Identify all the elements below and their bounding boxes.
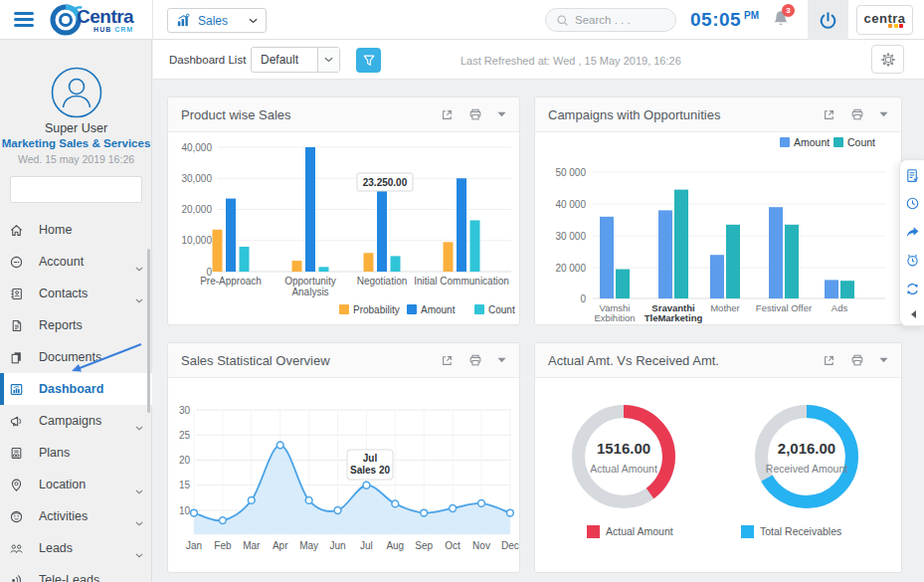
expand-icon[interactable]	[823, 108, 835, 121]
svg-text:0: 0	[580, 293, 586, 304]
sidebar: Super User Marketing Sales & Services We…	[0, 40, 152, 582]
sidebar-item-location[interactable]: Location	[0, 469, 152, 500]
svg-text:Sep: Sep	[415, 540, 433, 551]
global-search[interactable]	[545, 8, 676, 32]
svg-text:Total Receivables: Total Receivables	[760, 525, 841, 537]
chevron-down-icon	[135, 258, 143, 276]
collapse-caret-icon[interactable]	[879, 357, 888, 363]
settings-button[interactable]	[871, 45, 904, 74]
chevron-down-icon	[135, 544, 143, 562]
leads-icon	[9, 541, 24, 556]
notes-check-icon[interactable]	[905, 168, 920, 183]
svg-text:Exbihition: Exbihition	[594, 312, 635, 323]
svg-text:20: 20	[179, 455, 191, 466]
svg-text:30,000: 30,000	[181, 173, 212, 184]
svg-text:Mother: Mother	[710, 302, 740, 313]
card-title: Actual Amt. Vs Received Amt.	[548, 353, 719, 368]
logout-button[interactable]	[808, 0, 848, 40]
svg-text:1516.00: 1516.00	[597, 440, 650, 457]
svg-text:Received Amount: Received Amount	[766, 463, 847, 475]
tele-leads-icon	[9, 573, 24, 582]
collapse-caret-icon[interactable]	[497, 111, 506, 117]
sidebar-search-input[interactable]	[19, 184, 160, 196]
power-icon	[819, 11, 837, 30]
svg-text:Jul: Jul	[360, 540, 373, 551]
campaigns-with-opportunities-chart: 020 00030 00040 00050 000VamshiExbihitio…	[535, 132, 901, 328]
last-refreshed-text: Last Refreshed at: Wed , 15 May 2019, 16…	[461, 55, 681, 67]
global-search-input[interactable]	[575, 14, 664, 26]
filter-button[interactable]	[356, 48, 381, 73]
svg-text:May: May	[299, 540, 318, 551]
svg-text:Actual Amount: Actual Amount	[606, 525, 673, 537]
svg-text:30: 30	[179, 405, 191, 416]
sync-icon[interactable]	[905, 282, 920, 296]
user-datetime: Wed. 15 may 2019 16:26	[0, 153, 152, 165]
sidebar-item-home[interactable]: Home	[0, 214, 152, 246]
sidebar-item-dashboard[interactable]: Dashboard	[0, 373, 152, 405]
svg-text:Oct: Oct	[445, 540, 461, 551]
app-logo: Centra HUB CRM	[49, 3, 133, 37]
svg-text:Aug: Aug	[386, 540, 404, 551]
svg-text:Probability: Probability	[353, 304, 400, 315]
notifications-button[interactable]: 3	[772, 9, 794, 31]
dashboard-icon	[9, 382, 24, 397]
svg-text:Count: Count	[847, 136, 875, 148]
module-selector-value: Sales	[198, 14, 242, 28]
sidebar-item-tele-leads[interactable]: Tele-Leads	[0, 564, 152, 582]
activities-icon	[9, 509, 24, 524]
sidebar-item-leads[interactable]: Leads	[0, 532, 152, 564]
sidebar-item-campaigns[interactable]: Campaigns	[0, 405, 152, 437]
svg-text:15: 15	[179, 480, 191, 490]
location-icon	[9, 478, 24, 492]
sidebar-menu: HomeAccountContactsReportsDocumentsDashb…	[0, 214, 152, 582]
sidebar-item-plans[interactable]: Plans	[0, 437, 152, 469]
alarm-clock-icon[interactable]	[905, 253, 920, 268]
svg-text:20,000: 20,000	[181, 204, 212, 215]
chevron-down-icon	[249, 18, 258, 24]
svg-text:Amount: Amount	[421, 304, 456, 315]
card-sales-statistical-overview: Sales Statistical Overview 1015202530Jan…	[167, 342, 520, 573]
sidebar-item-activities[interactable]: Activities	[0, 500, 152, 532]
plans-icon	[9, 446, 24, 461]
print-icon[interactable]	[850, 353, 864, 367]
expand-icon[interactable]	[823, 354, 835, 367]
print-icon[interactable]	[850, 107, 864, 121]
avatar[interactable]	[51, 67, 102, 118]
card-title: Campaigns with Opportunities	[548, 107, 720, 122]
sidebar-search[interactable]	[10, 176, 142, 203]
collapse-toolbar-icon[interactable]	[909, 309, 917, 319]
collapse-caret-icon[interactable]	[879, 111, 888, 117]
sidebar-item-account[interactable]: Account	[0, 246, 152, 278]
sidebar-item-reports[interactable]: Reports	[0, 309, 152, 341]
expand-icon[interactable]	[441, 354, 454, 367]
reports-icon	[9, 318, 24, 333]
svg-text:Jan: Jan	[186, 540, 202, 551]
svg-text:23.250.00: 23.250.00	[363, 177, 408, 188]
print-icon[interactable]	[468, 107, 482, 121]
sidebar-item-contacts[interactable]: Contacts	[0, 278, 152, 309]
quick-actions-toolbar	[899, 159, 924, 326]
history-clock-icon[interactable]	[905, 196, 920, 211]
card-actual-vs-received: Actual Amt. Vs Received Amt. 1516.00Actu…	[534, 342, 902, 573]
share-icon[interactable]	[905, 225, 920, 240]
notification-badge: 3	[782, 4, 795, 17]
svg-text:10: 10	[179, 505, 191, 516]
expand-icon[interactable]	[441, 108, 454, 121]
svg-text:40 000: 40 000	[555, 199, 586, 210]
user-name: Super User	[0, 121, 152, 135]
svg-text:Festival Offer: Festival Offer	[756, 302, 812, 313]
svg-text:40,000: 40,000	[181, 142, 212, 153]
dashboard-select[interactable]: Default	[251, 47, 340, 73]
product-wise-sales-chart: 010,00020,00030,00040,000Pre-ApproachOpp…	[168, 132, 519, 327]
sidebar-scrollbar[interactable]	[147, 249, 150, 413]
svg-text:2,016.00: 2,016.00	[778, 440, 835, 457]
print-icon[interactable]	[468, 353, 482, 367]
hamburger-menu-icon[interactable]	[14, 12, 34, 27]
collapse-caret-icon[interactable]	[497, 357, 506, 363]
module-selector[interactable]: Sales	[167, 8, 267, 33]
sidebar-item-documents[interactable]: Documents	[0, 341, 152, 373]
svg-text:Actual Amount: Actual Amount	[590, 463, 657, 475]
svg-text:25: 25	[179, 430, 191, 441]
dashboard-subheader: Dashboard List Default Last Refreshed at…	[153, 40, 924, 80]
sales-statistical-overview-chart: 1015202530JanFebMarAprMayJunJulAugSepOct…	[168, 378, 519, 575]
